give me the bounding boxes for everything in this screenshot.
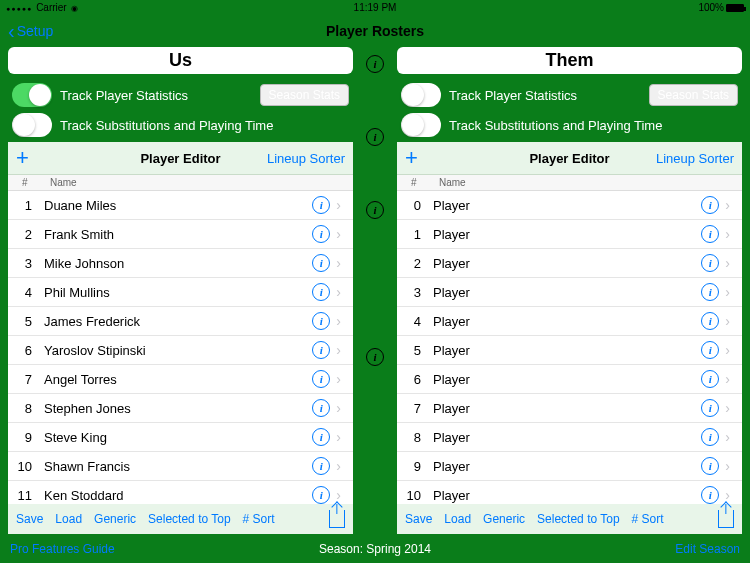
info-icon[interactable]: i xyxy=(701,399,719,417)
info-icon[interactable]: i xyxy=(312,486,330,504)
table-row[interactable]: 1Playeri› xyxy=(397,220,742,249)
table-row[interactable]: 3Mike Johnsoni› xyxy=(8,249,353,278)
battery-icon xyxy=(726,4,744,12)
table-row[interactable]: 8Stephen Jonesi› xyxy=(8,394,353,423)
info-icon[interactable]: i xyxy=(312,225,330,243)
share-icon[interactable] xyxy=(718,510,734,528)
table-row[interactable]: 10Shawn Francisi› xyxy=(8,452,353,481)
table-row[interactable]: 0Playeri› xyxy=(397,191,742,220)
chevron-left-icon: ‹ xyxy=(8,21,15,41)
info-column: i i i i xyxy=(361,47,389,534)
chevron-right-icon: › xyxy=(719,284,736,300)
edit-season-button[interactable]: Edit Season xyxy=(675,542,740,556)
them-track-stats-toggle[interactable] xyxy=(401,83,441,107)
table-row[interactable]: 6Yaroslov Stipinskii› xyxy=(8,336,353,365)
page-title: Player Rosters xyxy=(326,23,424,39)
info-icon[interactable]: i xyxy=(701,225,719,243)
info-icon[interactable]: i xyxy=(312,370,330,388)
them-track-subs-toggle[interactable] xyxy=(401,113,441,137)
info-icon[interactable]: i xyxy=(701,196,719,214)
info-icon[interactable]: i xyxy=(701,428,719,446)
player-number: 5 xyxy=(397,343,433,358)
them-load-button[interactable]: Load xyxy=(444,512,471,526)
pro-features-guide-link[interactable]: Pro Features Guide xyxy=(10,542,115,556)
us-team-header: Us xyxy=(8,47,353,74)
info-icon[interactable]: i xyxy=(312,457,330,475)
them-add-player-button[interactable]: + xyxy=(405,147,418,169)
table-row[interactable]: 10Playeri› xyxy=(397,481,742,504)
us-col-name: Name xyxy=(50,177,77,188)
wifi-icon xyxy=(71,2,78,13)
us-column: Us Track Player Statistics Season Stats … xyxy=(8,47,353,534)
info-icon[interactable]: i xyxy=(701,341,719,359)
table-row[interactable]: 4Playeri› xyxy=(397,307,742,336)
chevron-right-icon: › xyxy=(330,197,347,213)
info-icon[interactable]: i xyxy=(366,348,384,366)
table-row[interactable]: 6Playeri› xyxy=(397,365,742,394)
back-button[interactable]: ‹ Setup xyxy=(8,21,53,41)
info-icon[interactable]: i xyxy=(366,55,384,73)
them-sort-button[interactable]: # Sort xyxy=(632,512,664,526)
us-lineup-sorter-button[interactable]: Lineup Sorter xyxy=(267,151,345,166)
player-name: Player xyxy=(433,256,701,271)
chevron-right-icon: › xyxy=(719,313,736,329)
us-roster-list[interactable]: 1Duane Milesi›2Frank Smithi›3Mike Johnso… xyxy=(8,191,353,504)
info-icon[interactable]: i xyxy=(312,428,330,446)
table-row[interactable]: 8Playeri› xyxy=(397,423,742,452)
info-icon[interactable]: i xyxy=(701,254,719,272)
them-season-stats-button[interactable]: Season Stats xyxy=(649,84,738,106)
them-roster-list[interactable]: 0Playeri›1Playeri›2Playeri›3Playeri›4Pla… xyxy=(397,191,742,504)
us-add-player-button[interactable]: + xyxy=(16,147,29,169)
us-track-subs-label: Track Substitutions and Playing Time xyxy=(60,118,349,133)
us-save-button[interactable]: Save xyxy=(16,512,43,526)
them-toolbar: Save Load Generic Selected to Top # Sort xyxy=(397,504,742,534)
table-row[interactable]: 9Steve Kingi› xyxy=(8,423,353,452)
info-icon[interactable]: i xyxy=(366,128,384,146)
table-row[interactable]: 4Phil Mullinsi› xyxy=(8,278,353,307)
info-icon[interactable]: i xyxy=(312,283,330,301)
chevron-right-icon: › xyxy=(330,371,347,387)
us-generic-button[interactable]: Generic xyxy=(94,512,136,526)
chevron-right-icon: › xyxy=(719,400,736,416)
info-icon[interactable]: i xyxy=(701,283,719,301)
info-icon[interactable]: i xyxy=(701,312,719,330)
us-load-button[interactable]: Load xyxy=(55,512,82,526)
them-generic-button[interactable]: Generic xyxy=(483,512,525,526)
them-save-button[interactable]: Save xyxy=(405,512,432,526)
info-icon[interactable]: i xyxy=(312,399,330,417)
info-icon[interactable]: i xyxy=(366,201,384,219)
info-icon[interactable]: i xyxy=(701,457,719,475)
table-row[interactable]: 9Playeri› xyxy=(397,452,742,481)
table-row[interactable]: 7Angel Torresi› xyxy=(8,365,353,394)
them-lineup-sorter-button[interactable]: Lineup Sorter xyxy=(656,151,734,166)
player-name: Player xyxy=(433,430,701,445)
info-icon[interactable]: i xyxy=(312,341,330,359)
info-icon[interactable]: i xyxy=(701,486,719,504)
player-name: Duane Miles xyxy=(44,198,312,213)
player-number: 7 xyxy=(8,372,44,387)
chevron-right-icon: › xyxy=(330,400,347,416)
table-row[interactable]: 3Playeri› xyxy=(397,278,742,307)
us-selected-to-top-button[interactable]: Selected to Top xyxy=(148,512,231,526)
them-column: Them Track Player Statistics Season Stat… xyxy=(397,47,742,534)
info-icon[interactable]: i xyxy=(312,254,330,272)
chevron-right-icon: › xyxy=(330,342,347,358)
them-selected-to-top-button[interactable]: Selected to Top xyxy=(537,512,620,526)
info-icon[interactable]: i xyxy=(312,312,330,330)
us-sort-button[interactable]: # Sort xyxy=(243,512,275,526)
player-name: Stephen Jones xyxy=(44,401,312,416)
table-row[interactable]: 5James Fredericki› xyxy=(8,307,353,336)
table-row[interactable]: 11Ken Stoddardi› xyxy=(8,481,353,504)
us-track-stats-toggle[interactable] xyxy=(12,83,52,107)
table-row[interactable]: 5Playeri› xyxy=(397,336,742,365)
info-icon[interactable]: i xyxy=(701,370,719,388)
share-icon[interactable] xyxy=(329,510,345,528)
table-row[interactable]: 2Playeri› xyxy=(397,249,742,278)
info-icon[interactable]: i xyxy=(312,196,330,214)
table-row[interactable]: 7Playeri› xyxy=(397,394,742,423)
us-season-stats-button[interactable]: Season Stats xyxy=(260,84,349,106)
us-track-subs-toggle[interactable] xyxy=(12,113,52,137)
table-row[interactable]: 1Duane Milesi› xyxy=(8,191,353,220)
player-name: Angel Torres xyxy=(44,372,312,387)
table-row[interactable]: 2Frank Smithi› xyxy=(8,220,353,249)
